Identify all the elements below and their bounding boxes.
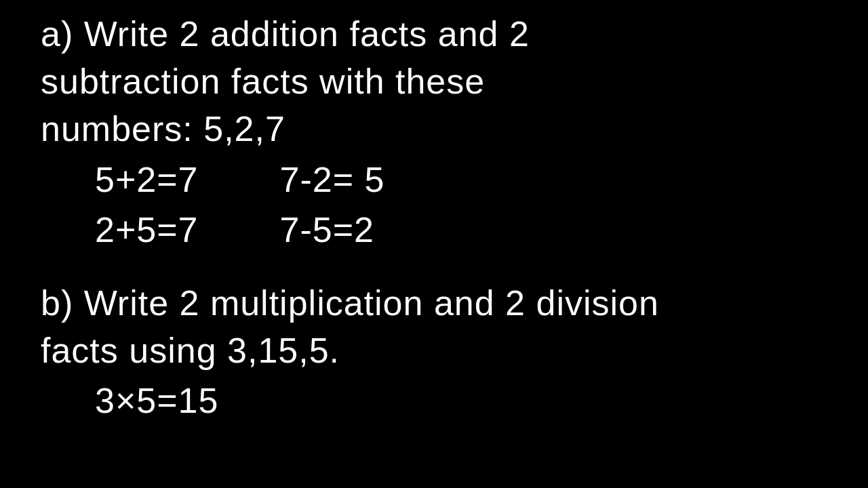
section-a: a) Write 2 addition facts and 2 subtract… <box>41 10 848 253</box>
equations-addition-row: 5+2=7 7-2= 5 <box>95 156 848 203</box>
addition-equation-2: 2+5=7 <box>95 206 199 253</box>
multiplication-equation-1: 3×5=15 <box>95 377 848 424</box>
section-b-line2: facts using 3,15,5. <box>41 327 848 374</box>
section-a-line2: subtraction facts with these <box>41 58 848 105</box>
addition-equation-1: 5+2=7 <box>95 156 199 203</box>
equations-subtraction-row: 2+5=7 7-5=2 <box>95 206 848 253</box>
section-b: b) Write 2 multiplication and 2 division… <box>41 279 848 425</box>
section-a-line1: a) Write 2 addition facts and 2 <box>41 10 848 58</box>
main-content: a) Write 2 addition facts and 2 subtract… <box>0 0 868 488</box>
subtraction-equation-1: 7-2= 5 <box>280 156 385 203</box>
section-b-line1: b) Write 2 multiplication and 2 division <box>41 279 848 327</box>
subtraction-equation-2: 7-5=2 <box>280 206 374 253</box>
section-a-numbers: numbers: 5,2,7 <box>41 105 848 152</box>
